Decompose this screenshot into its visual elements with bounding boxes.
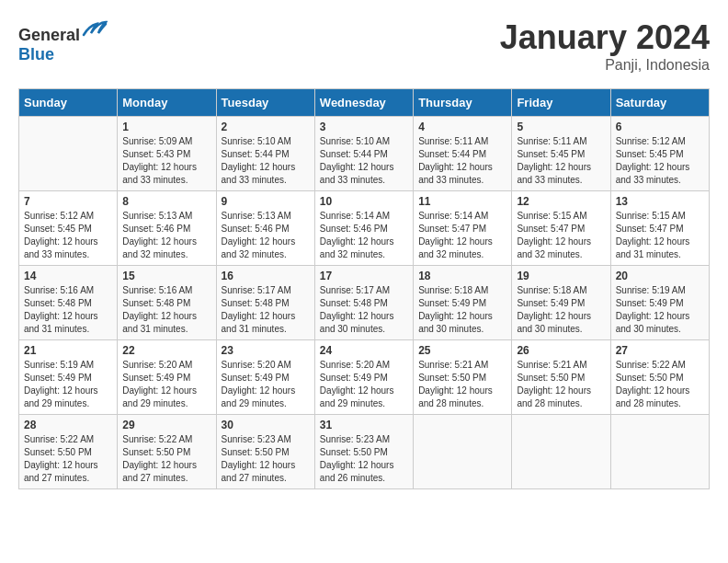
day-number: 21 xyxy=(24,344,112,357)
cell-info: Sunrise: 5:11 AMSunset: 5:44 PMDaylight:… xyxy=(418,135,506,187)
weekday-row: SundayMondayTuesdayWednesdayThursdayFrid… xyxy=(19,89,710,117)
day-number: 25 xyxy=(418,344,506,357)
day-number: 29 xyxy=(122,419,210,431)
cell-info: Sunrise: 5:12 AMSunset: 5:45 PMDaylight:… xyxy=(616,135,704,187)
day-number: 11 xyxy=(418,195,506,208)
day-number: 7 xyxy=(24,195,112,208)
calendar-cell xyxy=(19,117,118,191)
calendar-cell xyxy=(512,415,610,489)
cell-info: Sunrise: 5:21 AMSunset: 5:50 PMDaylight:… xyxy=(517,359,605,410)
weekday-header-saturday: Saturday xyxy=(610,89,709,117)
cell-info: Sunrise: 5:20 AMSunset: 5:49 PMDaylight:… xyxy=(320,359,408,410)
day-number: 4 xyxy=(418,121,506,133)
weekday-header-friday: Friday xyxy=(512,89,610,117)
title-section: January 2024 Panji, Indonesia xyxy=(500,18,710,74)
day-number: 28 xyxy=(24,419,112,431)
calendar-table: SundayMondayTuesdayWednesdayThursdayFrid… xyxy=(18,88,710,489)
calendar-cell: 17Sunrise: 5:17 AMSunset: 5:48 PMDayligh… xyxy=(314,266,413,340)
day-number: 18 xyxy=(418,270,506,282)
logo-text: General Blue xyxy=(18,18,108,64)
calendar-cell: 2Sunrise: 5:10 AMSunset: 5:44 PMDaylight… xyxy=(216,117,314,191)
cell-info: Sunrise: 5:10 AMSunset: 5:44 PMDaylight:… xyxy=(222,135,310,187)
cell-info: Sunrise: 5:18 AMSunset: 5:49 PMDaylight:… xyxy=(418,284,506,336)
logo-general: General xyxy=(18,26,80,44)
cell-info: Sunrise: 5:17 AMSunset: 5:48 PMDaylight:… xyxy=(320,284,408,336)
cell-info: Sunrise: 5:23 AMSunset: 5:50 PMDaylight:… xyxy=(222,433,310,485)
day-number: 15 xyxy=(122,270,210,282)
cell-info: Sunrise: 5:12 AMSunset: 5:45 PMDaylight:… xyxy=(24,210,112,261)
calendar-cell: 14Sunrise: 5:16 AMSunset: 5:48 PMDayligh… xyxy=(19,266,118,340)
location: Panji, Indonesia xyxy=(500,57,710,74)
day-number: 27 xyxy=(616,344,704,357)
calendar-body: 1Sunrise: 5:09 AMSunset: 5:43 PMDaylight… xyxy=(19,117,710,489)
logo-blue: Blue xyxy=(18,45,54,63)
calendar-cell: 20Sunrise: 5:19 AMSunset: 5:49 PMDayligh… xyxy=(610,266,709,340)
day-number: 31 xyxy=(320,419,408,431)
calendar-cell: 13Sunrise: 5:15 AMSunset: 5:47 PMDayligh… xyxy=(610,191,709,266)
logo-bird-icon xyxy=(82,18,108,40)
calendar-header: SundayMondayTuesdayWednesdayThursdayFrid… xyxy=(19,89,710,117)
day-number: 2 xyxy=(222,121,310,133)
day-number: 5 xyxy=(517,121,605,133)
day-number: 16 xyxy=(222,270,310,282)
day-number: 12 xyxy=(517,195,605,208)
calendar-cell: 31Sunrise: 5:23 AMSunset: 5:50 PMDayligh… xyxy=(314,415,413,489)
cell-info: Sunrise: 5:13 AMSunset: 5:46 PMDaylight:… xyxy=(222,210,310,261)
cell-info: Sunrise: 5:18 AMSunset: 5:49 PMDaylight:… xyxy=(517,284,605,336)
calendar-cell xyxy=(414,415,512,489)
calendar-week-3: 21Sunrise: 5:19 AMSunset: 5:49 PMDayligh… xyxy=(19,340,710,415)
day-number: 8 xyxy=(122,195,210,208)
weekday-header-thursday: Thursday xyxy=(414,89,512,117)
day-number: 24 xyxy=(320,344,408,357)
calendar-cell: 4Sunrise: 5:11 AMSunset: 5:44 PMDaylight… xyxy=(414,117,512,191)
calendar-week-2: 14Sunrise: 5:16 AMSunset: 5:48 PMDayligh… xyxy=(19,266,710,340)
calendar-cell: 16Sunrise: 5:17 AMSunset: 5:48 PMDayligh… xyxy=(216,266,314,340)
calendar-cell: 9Sunrise: 5:13 AMSunset: 5:46 PMDaylight… xyxy=(216,191,314,266)
day-number: 22 xyxy=(122,344,210,357)
cell-info: Sunrise: 5:17 AMSunset: 5:48 PMDaylight:… xyxy=(222,284,310,336)
day-number: 1 xyxy=(122,121,210,133)
cell-info: Sunrise: 5:16 AMSunset: 5:48 PMDaylight:… xyxy=(24,284,112,336)
calendar-cell: 12Sunrise: 5:15 AMSunset: 5:47 PMDayligh… xyxy=(512,191,610,266)
calendar-cell: 1Sunrise: 5:09 AMSunset: 5:43 PMDaylight… xyxy=(118,117,216,191)
day-number: 3 xyxy=(320,121,408,133)
calendar-cell: 30Sunrise: 5:23 AMSunset: 5:50 PMDayligh… xyxy=(216,415,314,489)
day-number: 9 xyxy=(222,195,310,208)
day-number: 13 xyxy=(616,195,704,208)
day-number: 23 xyxy=(222,344,310,357)
calendar-week-0: 1Sunrise: 5:09 AMSunset: 5:43 PMDaylight… xyxy=(19,117,710,191)
cell-info: Sunrise: 5:20 AMSunset: 5:49 PMDaylight:… xyxy=(122,359,210,410)
logo: General Blue xyxy=(18,18,108,64)
calendar-cell: 10Sunrise: 5:14 AMSunset: 5:46 PMDayligh… xyxy=(314,191,413,266)
calendar-cell: 28Sunrise: 5:22 AMSunset: 5:50 PMDayligh… xyxy=(19,415,118,489)
cell-info: Sunrise: 5:16 AMSunset: 5:48 PMDaylight:… xyxy=(122,284,210,336)
calendar-cell: 29Sunrise: 5:22 AMSunset: 5:50 PMDayligh… xyxy=(118,415,216,489)
day-number: 26 xyxy=(517,344,605,357)
cell-info: Sunrise: 5:14 AMSunset: 5:46 PMDaylight:… xyxy=(320,210,408,261)
cell-info: Sunrise: 5:22 AMSunset: 5:50 PMDaylight:… xyxy=(122,433,210,485)
cell-info: Sunrise: 5:19 AMSunset: 5:49 PMDaylight:… xyxy=(24,359,112,410)
calendar-week-1: 7Sunrise: 5:12 AMSunset: 5:45 PMDaylight… xyxy=(19,191,710,266)
calendar-cell: 26Sunrise: 5:21 AMSunset: 5:50 PMDayligh… xyxy=(512,340,610,415)
calendar-cell: 7Sunrise: 5:12 AMSunset: 5:45 PMDaylight… xyxy=(19,191,118,266)
cell-info: Sunrise: 5:21 AMSunset: 5:50 PMDaylight:… xyxy=(418,359,506,410)
cell-info: Sunrise: 5:23 AMSunset: 5:50 PMDaylight:… xyxy=(320,433,408,485)
calendar-cell xyxy=(610,415,709,489)
day-number: 10 xyxy=(320,195,408,208)
calendar-cell: 19Sunrise: 5:18 AMSunset: 5:49 PMDayligh… xyxy=(512,266,610,340)
calendar-cell: 3Sunrise: 5:10 AMSunset: 5:44 PMDaylight… xyxy=(314,117,413,191)
calendar-cell: 18Sunrise: 5:18 AMSunset: 5:49 PMDayligh… xyxy=(414,266,512,340)
calendar-cell: 15Sunrise: 5:16 AMSunset: 5:48 PMDayligh… xyxy=(118,266,216,340)
cell-info: Sunrise: 5:15 AMSunset: 5:47 PMDaylight:… xyxy=(517,210,605,261)
day-number: 17 xyxy=(320,270,408,282)
cell-info: Sunrise: 5:22 AMSunset: 5:50 PMDaylight:… xyxy=(24,433,112,485)
calendar-cell: 5Sunrise: 5:11 AMSunset: 5:45 PMDaylight… xyxy=(512,117,610,191)
cell-info: Sunrise: 5:22 AMSunset: 5:50 PMDaylight:… xyxy=(616,359,704,410)
weekday-header-monday: Monday xyxy=(118,89,216,117)
cell-info: Sunrise: 5:09 AMSunset: 5:43 PMDaylight:… xyxy=(122,135,210,187)
day-number: 14 xyxy=(24,270,112,282)
day-number: 6 xyxy=(616,121,704,133)
day-number: 20 xyxy=(616,270,704,282)
cell-info: Sunrise: 5:14 AMSunset: 5:47 PMDaylight:… xyxy=(418,210,506,261)
calendar-cell: 25Sunrise: 5:21 AMSunset: 5:50 PMDayligh… xyxy=(414,340,512,415)
